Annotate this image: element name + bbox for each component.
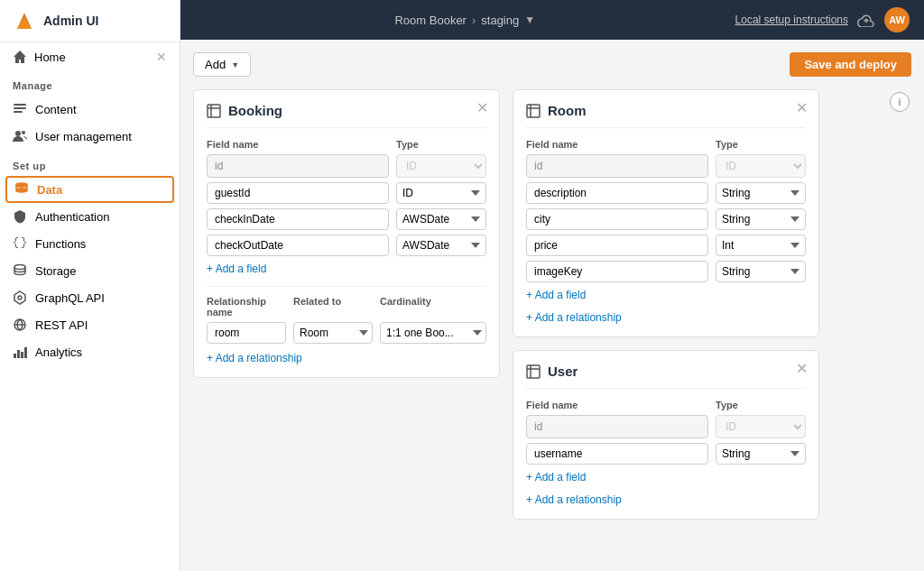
user-card-close[interactable]: ✕: [796, 360, 808, 377]
booking-relationship-section: Relationship name Related to Cardinality…: [207, 286, 486, 364]
user-management-label: User management: [35, 130, 132, 143]
booking-rel-row: Room 1:1 one Boo...: [207, 322, 486, 344]
user-field-id-type: ID: [716, 415, 806, 438]
auth-icon: [13, 209, 27, 224]
storage-icon: [13, 263, 27, 278]
room-add-relationship-link[interactable]: + Add a relationship: [526, 311, 622, 324]
sidebar-item-storage[interactable]: Storage: [0, 257, 180, 284]
home-label: Home: [34, 51, 66, 64]
sidebar-item-analytics[interactable]: Analytics: [0, 338, 180, 365]
toolbar: Add ▼ Save and deploy: [193, 52, 911, 77]
room-card-title: Room: [548, 103, 587, 118]
booking-field-checkin-type[interactable]: AWSDate: [396, 208, 486, 230]
room-card-close[interactable]: ✕: [796, 99, 808, 116]
functions-label: Functions: [35, 237, 86, 251]
rel-related-select[interactable]: Room: [293, 322, 373, 344]
user-field-username-input[interactable]: [526, 443, 708, 465]
rel-name-header: Relationship name: [207, 296, 286, 318]
close-icon[interactable]: ✕: [156, 50, 167, 64]
storage-label: Storage: [35, 264, 77, 278]
sidebar-item-content[interactable]: Content: [0, 96, 180, 123]
save-deploy-button[interactable]: Save and deploy: [790, 52, 911, 77]
setup-section-label: Set up: [0, 159, 180, 176]
booking-field-checkout-type[interactable]: AWSDate: [396, 235, 486, 256]
user-add-field-link[interactable]: + Add a field: [526, 471, 586, 484]
info-button[interactable]: i: [890, 92, 910, 112]
user-field-id-input: [526, 415, 708, 438]
add-button-caret: ▼: [231, 60, 239, 69]
room-add-field-link[interactable]: + Add a field: [526, 289, 586, 301]
room-field-id-type: ID: [716, 154, 806, 178]
rest-icon: [13, 318, 27, 332]
sidebar-item-functions[interactable]: Functions: [0, 230, 180, 257]
svg-marker-15: [14, 291, 25, 304]
user-field-username: String: [526, 443, 806, 465]
booking-card-close[interactable]: ✕: [476, 99, 488, 116]
content-icon: [13, 102, 27, 116]
rel-cardinality-select[interactable]: 1:1 one Boo...: [380, 322, 486, 344]
avatar[interactable]: AW: [884, 7, 910, 32]
graphql-icon: [13, 290, 27, 305]
analytics-label: Analytics: [35, 345, 82, 359]
booking-add-relationship-link[interactable]: + Add a relationship: [207, 352, 302, 364]
room-fields-header: Field name Type: [526, 139, 806, 150]
sidebar-item-rest-api[interactable]: REST API: [0, 311, 180, 338]
add-button[interactable]: Add ▼: [193, 52, 251, 77]
booking-table-icon: [207, 104, 221, 118]
sidebar-item-user-management[interactable]: User management: [0, 123, 180, 150]
local-setup-link[interactable]: Local setup instructions: [735, 14, 848, 26]
booking-field-checkout-input[interactable]: [207, 235, 389, 256]
cloud-icon[interactable]: [857, 13, 875, 27]
users-icon: [13, 129, 27, 143]
room-field-description-type[interactable]: String: [716, 182, 806, 204]
svg-point-5: [15, 131, 21, 136]
analytics-icon: [13, 345, 27, 359]
user-type-header: Type: [716, 400, 806, 410]
sidebar-item-data[interactable]: Data: [5, 176, 174, 203]
svg-rect-28: [527, 365, 540, 378]
booking-field-guestid-type[interactable]: ID: [396, 182, 486, 204]
room-field-imagekey-input[interactable]: [526, 261, 708, 282]
booking-card-title: Booking: [228, 103, 282, 118]
room-field-price-input[interactable]: [526, 235, 708, 256]
user-fields-header: Field name Type: [526, 400, 806, 410]
breadcrumb: Room Booker › staging ▼: [195, 14, 735, 27]
booking-card: Booking ✕ Field name Type ID ID: [193, 89, 500, 378]
authentication-label: Authentication: [35, 210, 109, 224]
sidebar-section-manage: Manage Content User management: [0, 71, 180, 152]
sidebar-item-authentication[interactable]: Authentication: [0, 203, 180, 230]
content-label: Content: [35, 103, 77, 116]
topbar-right: Local setup instructions AW: [735, 7, 910, 32]
booking-field-id-input: [207, 154, 389, 178]
breadcrumb-dropdown-icon[interactable]: ▼: [524, 14, 535, 26]
rel-name-input[interactable]: [207, 322, 286, 344]
room-field-price: Int: [526, 235, 806, 256]
sidebar-item-home[interactable]: Home ✕: [0, 42, 180, 71]
room-card: Room ✕ Field name Type ID: [513, 89, 819, 337]
data-label: Data: [37, 183, 62, 197]
booking-field-checkout: AWSDate: [207, 235, 486, 256]
user-field-username-type[interactable]: String: [716, 443, 806, 465]
room-field-description-input[interactable]: [526, 182, 708, 204]
logo-icon: [13, 9, 36, 32]
room-field-imagekey: String: [526, 261, 806, 282]
home-icon: [13, 50, 27, 64]
room-type-header: Type: [716, 139, 806, 150]
room-fieldname-header: Field name: [526, 139, 708, 150]
breadcrumb-sep: ›: [472, 14, 476, 27]
sidebar-item-graphql-api[interactable]: GraphQL API: [0, 284, 180, 311]
room-field-city-type[interactable]: String: [716, 208, 806, 230]
booking-add-field-link[interactable]: + Add a field: [207, 262, 266, 275]
booking-card-header: Booking: [207, 103, 486, 128]
room-field-imagekey-type[interactable]: String: [716, 261, 806, 282]
user-add-relationship-link[interactable]: + Add a relationship: [526, 493, 622, 506]
rel-related-header: Related to: [293, 296, 373, 318]
add-button-label: Add: [205, 58, 226, 71]
room-field-id-input: [526, 154, 708, 178]
room-field-city-input[interactable]: [526, 208, 708, 230]
room-field-price-type[interactable]: Int: [716, 235, 806, 256]
booking-field-guestid: ID: [207, 182, 486, 204]
topbar: Room Booker › staging ▼ Local setup inst…: [180, 0, 924, 40]
booking-field-checkin-input[interactable]: [207, 208, 389, 230]
booking-field-guestid-input[interactable]: [207, 182, 389, 204]
